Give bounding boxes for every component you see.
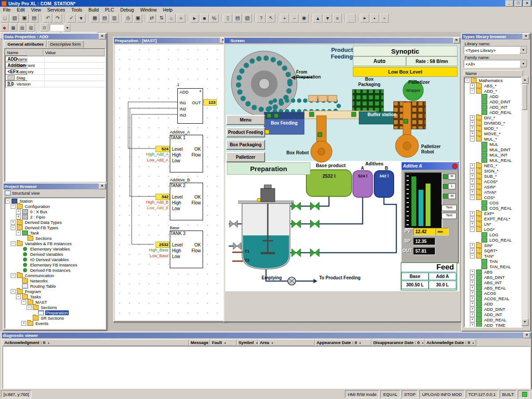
tank-function-block[interactable]: Additive_A TANK 1 Level High Low OK Flow…	[133, 129, 208, 172]
tree-expander-icon[interactable]	[470, 254, 475, 258]
menu-item[interactable]: Help	[160, 7, 176, 13]
fbd-titlebar[interactable]: Preparation : [MAST] ×	[114, 38, 227, 43]
menu-item[interactable]: File	[0, 7, 14, 13]
tree-expander-icon[interactable]	[470, 115, 475, 120]
tree-expander-icon[interactable]	[470, 137, 475, 141]
block-body[interactable]: TANK 3 Level High Low OK Flow	[170, 231, 203, 268]
tree-expander-icon[interactable]	[470, 248, 475, 253]
screen-icon[interactable]: ▯	[223, 14, 232, 23]
block-body[interactable]: TANK 1 Level High Low OK Flow	[170, 135, 203, 172]
zoom-out-icon[interactable]: −	[290, 14, 299, 23]
diagnostic-column-header[interactable]: Symbol	[237, 339, 258, 346]
tree-expander-icon[interactable]	[470, 179, 475, 184]
tree-expander-icon[interactable]	[470, 270, 475, 274]
pin-ok[interactable]: OK	[195, 243, 201, 247]
tree-expander-icon[interactable]	[11, 204, 16, 209]
tree-expander-icon[interactable]	[470, 184, 475, 189]
tree-expander-icon[interactable]	[470, 296, 475, 301]
tree-item[interactable]: ADD	[475, 94, 521, 99]
pin-low[interactable]: Low	[172, 254, 180, 259]
zoom-value-box[interactable]	[50, 24, 64, 31]
pin-ok[interactable]: OK	[195, 147, 201, 152]
low-variable-label[interactable]: Low_Add_A	[133, 158, 168, 162]
tree-item[interactable]: ADD_*	[470, 88, 521, 94]
scroll-down-icon[interactable]: ▼	[521, 319, 528, 326]
tree-item[interactable]: ADD_DINT	[475, 99, 521, 104]
tree-expander-icon[interactable]	[470, 275, 475, 280]
tree-item[interactable]: LOG	[475, 232, 521, 237]
library-name-combo[interactable]: <Types Library> ▾	[464, 46, 528, 54]
property-row[interactable]: –Version 1.0	[5, 81, 105, 87]
stop-icon[interactable]: ■	[200, 14, 209, 23]
tree-item[interactable]: ADD_REAL	[470, 317, 521, 322]
context-help-icon[interactable]: ↖	[266, 14, 275, 23]
pin-flow[interactable]: Flow	[192, 248, 201, 253]
pin-flow[interactable]: Flow	[192, 153, 201, 157]
close-icon[interactable]: ×	[99, 184, 106, 189]
app-titlebar[interactable]: Unity Pro XL : COM_STATION* _ □ ×	[0, 0, 532, 7]
minimize-button[interactable]: _	[505, 0, 513, 7]
tree-expander-icon[interactable]	[11, 273, 16, 278]
insert-icon[interactable]: ▸	[360, 14, 369, 23]
tree-expander-icon[interactable]	[470, 83, 475, 88]
tree-item[interactable]: ADD_REAL	[475, 110, 521, 115]
build-icon[interactable]: ▼	[77, 14, 86, 23]
tree-expander-icon[interactable]	[470, 216, 475, 221]
delete-icon[interactable]: ▪	[370, 14, 379, 23]
diagnostic-column-header[interactable]: Disappearance Date : 0	[372, 339, 425, 346]
tree-item[interactable]: COS	[475, 200, 521, 205]
tree-expander-icon[interactable]	[470, 89, 475, 94]
tree-expander-icon[interactable]	[470, 307, 475, 312]
tree-item[interactable]: LOG_REAL	[475, 237, 521, 243]
tree-item[interactable]: Networks	[16, 278, 105, 283]
tree-expander-icon[interactable]	[470, 312, 475, 317]
sp-value[interactable]: 12.35	[413, 238, 435, 245]
property-button-icon[interactable]	[8, 75, 15, 80]
tree-expander-icon[interactable]	[21, 300, 26, 305]
tree-item[interactable]: Preparation	[32, 310, 105, 315]
pin-low[interactable]: Low	[172, 206, 180, 211]
hmi-nav-button[interactable]: Menu	[226, 115, 265, 125]
print-icon[interactable]: ▤	[30, 14, 39, 23]
screen-titlebar[interactable]: Screen ×	[224, 38, 461, 43]
tree-item[interactable]: TAN*	[470, 253, 521, 258]
block-body[interactable]: TANK 2 Level High Low OK Flow	[170, 183, 203, 220]
tile-windows-icon[interactable]: ▤	[233, 14, 242, 23]
tree-item[interactable]: Sections	[21, 235, 105, 241]
scrollbar-thumb[interactable]	[522, 84, 527, 110]
analyze-icon[interactable]: ✓	[67, 14, 76, 23]
pin-ok[interactable]: OK	[195, 195, 201, 200]
pin-in2[interactable]: IN2	[180, 106, 186, 111]
menu-item[interactable]: Services	[44, 7, 68, 13]
high-variable-label[interactable]: High_Base	[133, 248, 168, 252]
scroll-up-icon[interactable]: ▲	[521, 77, 528, 84]
new-icon[interactable]: □	[0, 14, 9, 23]
tank-function-block[interactable]: Additive_B TANK 2 Level High Low OK Flow…	[133, 177, 208, 220]
tab[interactable]: General attributes	[4, 40, 47, 48]
tree-expander-icon[interactable]	[470, 174, 475, 179]
write-mode-icon[interactable]: ◆	[0, 23, 8, 31]
text-button-1[interactable]: Text	[442, 205, 457, 211]
tree-expander-icon[interactable]	[470, 126, 475, 131]
tree-item[interactable]: IO Derived Variables	[16, 257, 105, 262]
tree-item[interactable]: ACOS_REAL	[470, 296, 521, 301]
diagnostic-column-header[interactable]: Appearance Date : 0	[315, 339, 372, 346]
tree-expander-icon[interactable]	[11, 225, 16, 230]
upload-icon[interactable]: ▲	[313, 14, 322, 23]
m-button[interactable]: M	[448, 193, 456, 199]
pin-in1[interactable]: IN1	[180, 100, 186, 105]
tree-item[interactable]: ABS_INT	[470, 280, 521, 285]
fbd-canvas[interactable]: .1 ADD 4 IN1 IN2 IN3 OUT 123 Additive_A	[115, 45, 227, 321]
tank-function-block[interactable]: Base TANK 3 Level High Low OK Flow 2532	[133, 225, 208, 268]
tree-item[interactable]: ACOS	[470, 290, 521, 296]
tree-item[interactable]: LOG*	[470, 227, 521, 232]
tree-item[interactable]: MUL_*	[470, 136, 521, 141]
diagnostic-viewer-titlebar[interactable]: diagnostic viewer ×	[2, 332, 531, 338]
tree-expander-icon[interactable]	[470, 163, 475, 168]
tree-item[interactable]: Derived Data Types	[11, 219, 105, 225]
out-value[interactable]: 57.81	[413, 247, 435, 255]
tree-expander-icon[interactable]	[27, 305, 31, 310]
hmi-nav-button[interactable]: Box Packaging	[226, 140, 265, 150]
tree-item[interactable]: MUL_DINT	[475, 147, 521, 152]
mode-indicator[interactable]: Auto	[353, 56, 406, 66]
